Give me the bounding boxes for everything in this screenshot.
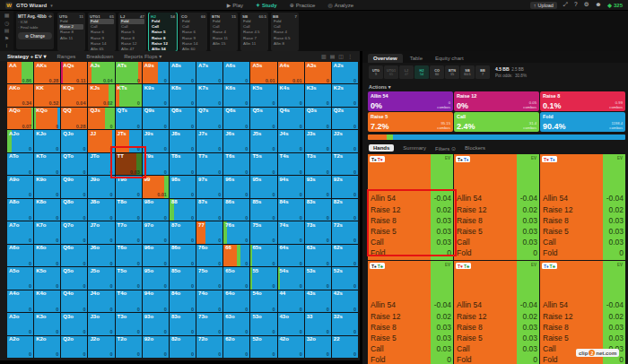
matrix-cell-54s[interactable]: 54s0 <box>278 267 304 289</box>
matrix-cell-Q2s[interactable]: Q2s0 <box>332 108 358 129</box>
matrix-cell-53s[interactable]: 53s0 <box>305 267 331 289</box>
position-action-row[interactable]: Raise 6 <box>181 30 205 35</box>
expand-icon[interactable]: ⤢ <box>563 2 568 8</box>
matrix-cell-99[interactable]: 990.01 <box>143 176 169 197</box>
seat-lj[interactable]: LJ47 <box>399 65 414 79</box>
matrix-cell-97o[interactable]: 97o0 <box>143 221 169 243</box>
matrix-cell-Q7o[interactable]: Q7o0 <box>61 221 87 243</box>
matrix-cell-85o[interactable]: 85o0 <box>170 267 196 289</box>
matrix-cell-92s[interactable]: 92s0 <box>332 176 358 197</box>
position-action-row[interactable]: Allin 11 <box>59 36 83 41</box>
matrix-cell-T5s[interactable]: T5s0 <box>250 153 276 175</box>
matrix-cell-J5o[interactable]: J5o0 <box>88 267 114 289</box>
matrix-cell-T2s[interactable]: T2s0 <box>332 153 358 175</box>
matrix-cell-ATo[interactable]: ATo0 <box>7 153 33 175</box>
matrix-cell-Q8o[interactable]: Q8o0 <box>61 199 87 221</box>
position-action-row[interactable]: Fold <box>90 19 114 24</box>
matrix-cell-96s[interactable]: 96s0 <box>223 176 249 197</box>
matrix-cell-98o[interactable]: 98o0 <box>143 199 169 221</box>
matrix-cell-K8s[interactable]: K8s0 <box>170 84 196 106</box>
matrix-cell-42s[interactable]: 42s0 <box>332 290 358 312</box>
matrix-cell-KJo[interactable]: KJo0 <box>34 130 60 152</box>
matrix-cell-JJ[interactable]: JJ0 <box>88 130 114 152</box>
matrix-cell-K5s[interactable]: K5s0 <box>250 84 276 106</box>
matrix-cell-84o[interactable]: 84o0 <box>170 290 196 312</box>
matrix-cell-Q4o[interactable]: Q4o0 <box>61 290 87 312</box>
position-column-btn[interactable]: BTN15FoldCallRaise 4Raise 11Allin 15 <box>210 13 238 51</box>
tab-table[interactable]: Table <box>405 54 428 63</box>
matrix-cell-73s[interactable]: 73s0 <box>305 221 331 243</box>
matrix-cell-JTo[interactable]: JTo0 <box>88 153 114 175</box>
pin-icon[interactable]: ✜ <box>48 14 52 19</box>
matrix-cell-66[interactable]: 660 <box>223 245 249 266</box>
matrix-cell-AJo[interactable]: AJo0 <box>7 130 33 152</box>
matrix-cell-64o[interactable]: 64o0 <box>223 290 249 312</box>
matrix-view-icon-3[interactable]: ◫ <box>338 53 344 59</box>
matrix-cell-82o[interactable]: 82o0 <box>170 336 196 358</box>
matrix-cell-J8s[interactable]: J8s0 <box>170 130 196 152</box>
matrix-cell-72s[interactable]: 72s0 <box>332 221 358 243</box>
matrix-cell-T3s[interactable]: T3s0 <box>305 153 331 175</box>
matrix-cell-T9s[interactable]: T9s0 <box>143 153 169 175</box>
tab-strategy-ev[interactable]: Strategy + EV ▾ <box>7 53 47 59</box>
tab-overview[interactable]: Overview <box>368 54 403 63</box>
matrix-cell-K2s[interactable]: K2s0 <box>332 84 358 106</box>
matrix-cell-52o[interactable]: 52o0 <box>250 336 276 358</box>
matrix-cell-A6s[interactable]: A6s0 <box>223 62 249 83</box>
matrix-cell-74o[interactable]: 74o0 <box>196 290 222 312</box>
matrix-cell-63s[interactable]: 63s0 <box>305 245 331 266</box>
rail-icon-1[interactable]: ▦ <box>4 13 10 19</box>
rail-icon-2[interactable]: ◷ <box>4 21 9 27</box>
matrix-cell-87s[interactable]: 87s0 <box>196 199 222 221</box>
matrix-cell-43o[interactable]: 43o0 <box>278 313 304 334</box>
matrix-view-icon-2[interactable]: ▤ <box>330 53 336 59</box>
matrix-cell-KTs[interactable]: KTs0 <box>116 84 142 106</box>
position-column-utg1[interactable]: UTG165FoldCallRaise 6Raise 9Raise 14Alli… <box>88 13 116 51</box>
position-action-row[interactable]: Allin 11 <box>242 41 266 47</box>
matrix-cell-83s[interactable]: 83s0 <box>305 199 331 221</box>
matrix-cell-95o[interactable]: 95o0 <box>143 267 169 289</box>
tab-filters[interactable]: Filters ⊙ <box>435 145 456 152</box>
matrix-cell-94o[interactable]: 94o0 <box>143 290 169 312</box>
matrix-cell-QQ[interactable]: QQ0.28 <box>61 108 87 129</box>
matrix-cell-97s[interactable]: 97s0 <box>196 176 222 197</box>
action-box-raise-8[interactable]: Raise 8 0.1% 0.99combos <box>540 91 625 111</box>
matrix-cell-82s[interactable]: 82s0 <box>332 199 358 221</box>
matrix-cell-A9s[interactable]: A9s0 <box>143 62 169 83</box>
matrix-view-icon-4[interactable]: ⋮ <box>347 53 353 59</box>
nav-item-study[interactable]: ✦Study <box>256 2 277 8</box>
matrix-cell-64s[interactable]: 64s0 <box>278 245 304 266</box>
matrix-cell-A2o[interactable]: A2o0 <box>7 336 33 358</box>
matrix-cell-T2o[interactable]: T2o0 <box>116 336 142 358</box>
position-action-row[interactable]: Fold <box>120 19 144 24</box>
matrix-cell-88[interactable]: 880 <box>170 199 196 221</box>
matrix-cell-T4s[interactable]: T4s0 <box>278 153 304 175</box>
matrix-cell-J2o[interactable]: J2o0 <box>88 336 114 358</box>
tab-ranges[interactable]: Ranges <box>57 54 76 59</box>
position-action-row[interactable]: Allin 15 <box>212 41 236 47</box>
matrix-cell-J3s[interactable]: J3s0 <box>305 130 331 152</box>
matrix-cell-A5o[interactable]: A5o0 <box>7 267 33 289</box>
matrix-cell-44[interactable]: 440 <box>278 290 304 312</box>
matrix-cell-J2s[interactable]: J2s0 <box>332 130 358 152</box>
matrix-cell-Q6s[interactable]: Q6s0 <box>223 108 249 129</box>
matrix-cell-T7o[interactable]: T7o0 <box>116 221 142 243</box>
matrix-cell-T5o[interactable]: T5o0 <box>116 267 142 289</box>
matrix-cell-83o[interactable]: 83o0 <box>170 313 196 334</box>
matrix-cell-A3o[interactable]: A3o0 <box>7 313 33 334</box>
matrix-cell-A7s[interactable]: A7s0 <box>196 62 222 83</box>
matrix-cell-63o[interactable]: 63o0 <box>223 313 249 334</box>
matrix-cell-A7o[interactable]: A7o0 <box>7 221 33 243</box>
matrix-cell-Q3o[interactable]: Q3o0 <box>61 313 87 334</box>
matrix-cell-AA[interactable]: AA0.86 <box>7 62 33 83</box>
matrix-cell-Q5o[interactable]: Q5o0 <box>61 267 87 289</box>
matrix-cell-62s[interactable]: 62s0 <box>332 245 358 266</box>
matrix-cell-QJo[interactable]: QJo0 <box>61 130 87 152</box>
matrix-cell-K3s[interactable]: K3s0 <box>305 84 331 106</box>
matrix-cell-AKo[interactable]: AKo0.34 <box>7 84 33 106</box>
matrix-cell-Q5s[interactable]: Q5s0 <box>250 108 276 129</box>
matrix-cell-52s[interactable]: 52s0 <box>332 267 358 289</box>
matrix-cell-KQs[interactable]: KQs0.04 <box>61 84 87 106</box>
matrix-cell-65s[interactable]: 65s0 <box>250 245 276 266</box>
matrix-cell-T6s[interactable]: T6s0 <box>223 153 249 175</box>
